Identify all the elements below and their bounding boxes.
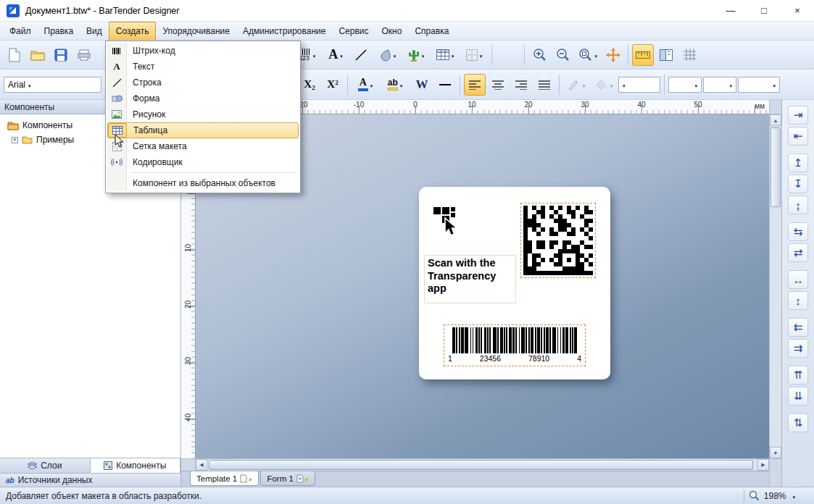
menu-administration[interactable]: Администрирование (236, 22, 332, 40)
create-menu-encoder[interactable]: Кодировщик (107, 154, 299, 170)
superscript-icon: X² (327, 78, 338, 91)
zoom-out-button[interactable] (552, 44, 573, 66)
create-menu-picture[interactable]: Рисунок (107, 106, 299, 122)
align-center-button[interactable] (487, 74, 509, 96)
vscroll-thumb[interactable] (771, 127, 781, 207)
menu-view[interactable]: Вид (80, 22, 109, 40)
line-weight-select[interactable] (668, 77, 702, 93)
upc-barcode-object[interactable]: 1 23456 78910 4 (444, 324, 586, 366)
pan-fit-button[interactable] (602, 44, 624, 66)
arrange-tool-11-button[interactable]: ⇉ (788, 339, 808, 358)
scroll-right-icon[interactable] (757, 459, 769, 471)
arrange-tool-13-button[interactable]: ⇊ (788, 387, 808, 406)
vscroll-track[interactable] (770, 126, 781, 447)
arrange-tool-10-button[interactable]: ⇇ (788, 318, 808, 337)
scroll-down-icon[interactable] (770, 447, 781, 458)
zoom-page-icon (578, 48, 592, 62)
arrange-tool-1-button[interactable]: ⇥ (788, 106, 808, 125)
align-justify-button[interactable] (533, 74, 555, 96)
print-button[interactable] (73, 44, 95, 66)
datamatrix-barcode[interactable] (520, 203, 596, 278)
create-menu-barcode[interactable]: Штрих-код (107, 43, 299, 59)
menu-edit[interactable]: Правка (38, 22, 80, 40)
menu-arrange[interactable]: Упорядочивание (156, 22, 236, 40)
create-picture-button[interactable] (402, 44, 430, 66)
arrange-tool-9-button[interactable]: ↕ (788, 291, 808, 310)
arrange-tool-12-button[interactable]: ⇈ (788, 366, 808, 385)
align-left-button[interactable] (464, 74, 486, 96)
corner-style-select[interactable] (738, 77, 780, 93)
open-button[interactable] (27, 44, 49, 66)
split-view-button[interactable] (655, 44, 677, 66)
create-menu-layout-grid[interactable]: Сетка макета (107, 138, 299, 154)
paint-bucket-icon (595, 79, 608, 91)
toggle-rulers-button[interactable] (632, 44, 654, 66)
create-menu-table[interactable]: Таблица (107, 122, 299, 138)
line-color-button[interactable] (563, 74, 589, 96)
toggle-grid-button[interactable] (678, 44, 700, 66)
subscript-button[interactable]: X₂ (299, 74, 320, 96)
scroll-left-icon[interactable] (196, 459, 207, 471)
line-style-button[interactable] (434, 74, 456, 96)
highlight-color-button[interactable]: ab (381, 74, 410, 96)
create-menu-shape[interactable]: Форма (107, 91, 299, 106)
tab-components[interactable]: Компоненты (91, 458, 181, 473)
zoom-control[interactable]: 198% (744, 490, 808, 502)
label-card[interactable]: Scan with the Transparency app 1 23456 7… (419, 187, 610, 379)
hscroll-thumb[interactable] (209, 460, 753, 470)
create-menu-component-from-selection[interactable]: Компонент из выбранных объектов (107, 175, 299, 191)
create-shape-button[interactable] (373, 44, 401, 66)
arrange-tool-8-button[interactable]: ↔ (788, 270, 808, 289)
create-table-button[interactable] (431, 44, 459, 66)
hscroll-track[interactable] (207, 459, 757, 471)
tab-template-1[interactable]: Template 1 (190, 471, 259, 486)
titlebar: Документ1.btw* - BarTender Designer — □ … (0, 0, 814, 22)
new-document-button[interactable] (4, 44, 25, 66)
arrange-tool-3-button[interactable]: ↥ (788, 154, 808, 172)
save-button[interactable] (50, 44, 72, 66)
line-type-select[interactable] (703, 77, 736, 93)
create-menu-text[interactable]: A Текст (107, 59, 299, 75)
zoom-in-button[interactable] (528, 44, 550, 66)
align-right-button[interactable] (510, 74, 532, 96)
create-layout-grid-button[interactable] (460, 44, 488, 66)
close-button[interactable]: × (781, 0, 814, 21)
create-line-button[interactable] (350, 44, 372, 66)
style-select[interactable] (618, 77, 660, 93)
font-family-select[interactable]: Arial (4, 77, 101, 93)
dropdown-caret-icon (729, 80, 732, 90)
arrange-tool-2-button[interactable]: ⇤ (788, 127, 808, 146)
zoom-mode-button[interactable] (575, 44, 601, 66)
menu-tools[interactable]: Сервис (332, 22, 375, 40)
menu-window[interactable]: Окно (375, 22, 409, 40)
tab-form-1[interactable]: Form 1 (260, 471, 315, 486)
font-color-button[interactable]: A (352, 74, 379, 96)
vertical-scrollbar[interactable] (769, 100, 781, 487)
arrange-arrow-icon: ⇇ (794, 321, 803, 334)
superscript-button[interactable]: X² (322, 74, 344, 96)
fill-color-button[interactable] (591, 74, 617, 96)
menu-file[interactable]: Файл (3, 22, 38, 40)
arrange-tool-6-button[interactable]: ⇆ (788, 222, 808, 241)
create-menu-line[interactable]: Строка (107, 75, 299, 91)
arrange-tool-4-button[interactable]: ↧ (788, 175, 808, 193)
zoom-out-icon (556, 48, 570, 62)
menu-create[interactable]: Создать (109, 22, 157, 40)
arrange-tool-7-button[interactable]: ⇄ (788, 243, 808, 262)
word-wrap-button[interactable]: W (411, 74, 433, 96)
data-sources-bar[interactable]: ab Источники данных (0, 473, 180, 487)
expand-icon[interactable] (12, 137, 18, 143)
create-text-button[interactable]: A (323, 44, 349, 66)
template-tab-bar: Template 1 Form 1 (181, 471, 769, 487)
minimize-button[interactable]: — (714, 0, 747, 21)
tree-item-label: Примеры (36, 135, 74, 145)
label-text-object[interactable]: Scan with the Transparency app (424, 255, 516, 303)
menu-help[interactable]: Справка (408, 22, 455, 40)
maximize-button[interactable]: □ (747, 0, 781, 21)
transparency-logo-icon[interactable] (431, 204, 464, 238)
horizontal-scrollbar[interactable] (181, 458, 769, 471)
arrange-tool-5-button[interactable]: ↨ (788, 196, 808, 214)
tab-layers[interactable]: Слои (0, 458, 91, 473)
arrange-tool-14-button[interactable]: ⇅ (788, 413, 808, 432)
scroll-up-icon[interactable] (770, 114, 781, 126)
